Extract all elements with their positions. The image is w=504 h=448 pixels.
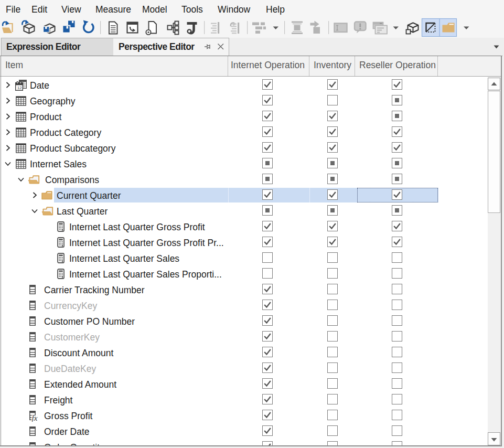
svg-text:fx: fx (32, 414, 38, 422)
svg-text:12: 12 (17, 86, 22, 90)
